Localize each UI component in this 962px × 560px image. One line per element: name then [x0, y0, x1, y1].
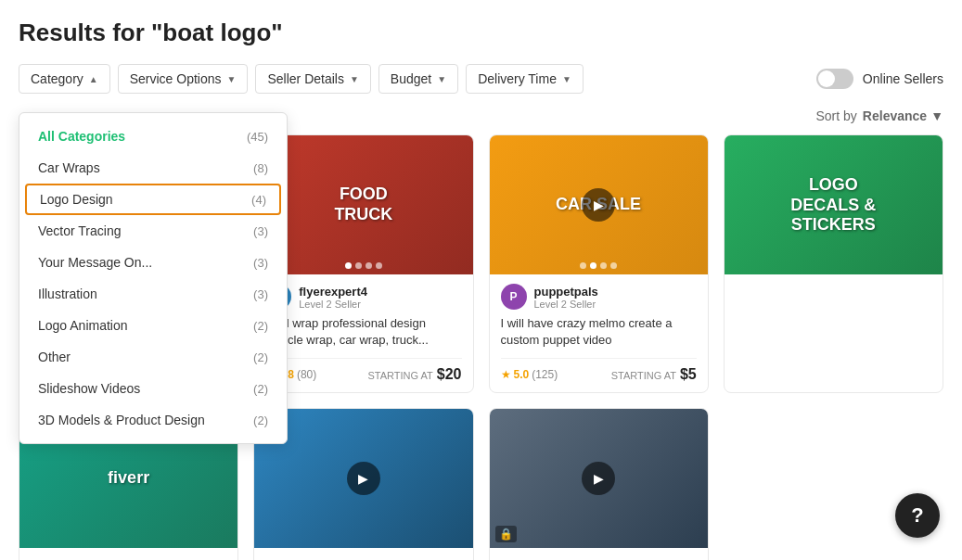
- rating-value: 5.0: [514, 368, 530, 381]
- delivery-time-chevron-icon: ▼: [562, 74, 571, 84]
- dot-2: [366, 262, 372, 269]
- seller-info: P puppetpals Level 2 Seller: [501, 284, 697, 310]
- dot-0: [580, 262, 586, 269]
- card-description: I will wrap professional design vehicle …: [265, 315, 461, 350]
- card-thumbnail: ▶ 🔒: [490, 409, 708, 548]
- price-value: $5: [680, 366, 697, 383]
- dropdown-item-count: (8): [253, 161, 268, 175]
- seller-level: Level 2 Seller: [534, 299, 598, 310]
- dot-3: [376, 262, 382, 269]
- play-icon[interactable]: ▶: [582, 462, 615, 495]
- online-sellers-toggle[interactable]: [816, 69, 853, 89]
- service-options-wrapper: Service Options ▼: [118, 64, 249, 94]
- card-thumbnail: CAR SALE ▶: [490, 135, 708, 274]
- seller-details-filter[interactable]: Seller Details ▼: [255, 64, 370, 94]
- play-icon[interactable]: ▶: [347, 462, 380, 495]
- dot-0: [345, 262, 352, 269]
- seller-name-wrap: puppetpals Level 2 Seller: [534, 285, 598, 310]
- category-label: Category: [31, 71, 83, 86]
- category-chevron-icon: ▲: [89, 74, 98, 84]
- rating: ★ 5.0 (125): [501, 368, 558, 381]
- thumb-label: fiverr: [108, 468, 149, 489]
- dropdown-item-label: Illustration: [38, 286, 97, 301]
- dropdown-item-count: (2): [253, 319, 268, 333]
- service-options-filter[interactable]: Service Options ▼: [118, 64, 249, 94]
- card-4[interactable]: LOGO DECALS & STICKERS: [724, 134, 943, 393]
- lock-icon: 🔒: [495, 526, 517, 542]
- seller-name: puppetpals: [534, 285, 598, 299]
- starting-at-label: STARTING AT: [368, 370, 433, 381]
- delivery-time-label: Delivery Time: [478, 71, 557, 86]
- category-filter[interactable]: Category ▲: [19, 64, 110, 94]
- card-description: I will have crazy melmo create a custom …: [501, 315, 697, 350]
- dropdown-item-label: Slideshow Videos: [38, 381, 140, 396]
- card-body: [254, 548, 472, 560]
- dropdown-item-vector-tracing[interactable]: Vector Tracing(3): [19, 215, 287, 247]
- budget-label: Budget: [391, 71, 431, 86]
- rating-count: (80): [297, 368, 316, 381]
- budget-chevron-icon: ▼: [437, 74, 446, 84]
- dot-1: [355, 262, 362, 269]
- starting-at-label: STARTING AT: [611, 370, 676, 381]
- online-sellers-wrap: Online Sellers: [816, 69, 943, 89]
- dropdown-item-your-message-on[interactable]: Your Message On...(3): [19, 247, 287, 278]
- dropdown-item-label: Other: [38, 350, 71, 364]
- card-footer: ★ 5.0 (125) STARTING AT $5: [501, 358, 697, 383]
- card-thumbnail: LOGO DECALS & STICKERS: [725, 135, 943, 274]
- dropdown-item-label: Car Wraps: [38, 160, 100, 175]
- dropdown-item-label: Vector Tracing: [38, 223, 122, 238]
- filters-bar: Category ▲ Service Options ▼ Seller Deta…: [19, 64, 943, 94]
- dropdown-item-logo-design[interactable]: Logo Design(4): [25, 184, 281, 215]
- seller-details-label: Seller Details: [267, 71, 343, 86]
- service-options-chevron-icon: ▼: [227, 74, 237, 84]
- price-wrap: STARTING AT $20: [368, 366, 462, 383]
- dropdown-item-other[interactable]: Other(2): [19, 341, 287, 373]
- avatar: P: [501, 284, 527, 310]
- dropdown-item-count: (2): [253, 350, 268, 364]
- help-button[interactable]: ?: [895, 493, 940, 538]
- dropdown-item-slideshow-videos[interactable]: Slideshow Videos(2): [19, 373, 287, 404]
- seller-name-wrap: flyerexpert4 Level 2 Seller: [299, 285, 367, 310]
- card-body: [19, 548, 237, 560]
- dot-1: [590, 262, 596, 269]
- category-dropdown: All Categories(45)Car Wraps(8)Logo Desig…: [19, 112, 288, 444]
- sort-value: Relevance: [863, 108, 927, 123]
- sort-by-label: Sort by: [816, 108, 857, 123]
- dropdown-item-count: (45): [247, 130, 268, 144]
- sort-chevron-icon: ▼: [930, 108, 943, 123]
- dropdown-item-count: (2): [253, 414, 268, 427]
- rating-count: (125): [532, 368, 558, 381]
- dot-3: [610, 262, 617, 269]
- search-title: Results for "boat logo": [19, 19, 943, 47]
- card-3[interactable]: CAR SALE ▶ P puppetpals Level 2 Seller I…: [489, 134, 709, 393]
- play-icon[interactable]: ▶: [582, 188, 615, 222]
- dropdown-item-all-categories[interactable]: All Categories(45): [19, 121, 287, 152]
- card-7[interactable]: ▶ 🔒: [489, 408, 709, 560]
- seller-name: flyerexpert4: [299, 285, 367, 299]
- dropdown-item-illustration[interactable]: Illustration(3): [19, 278, 287, 310]
- card-body: P puppetpals Level 2 Seller I will have …: [490, 274, 708, 392]
- budget-filter[interactable]: Budget ▼: [378, 64, 458, 94]
- card-body: [725, 274, 943, 293]
- help-icon: ?: [911, 503, 923, 528]
- card-footer: ★ 4.8 (80) STARTING AT $20: [265, 358, 461, 383]
- card-body: [490, 548, 708, 560]
- seller-level: Level 2 Seller: [299, 299, 367, 310]
- toggle-knob: [818, 70, 835, 87]
- dropdown-item-label: 3D Models & Product Design: [38, 413, 205, 427]
- dropdown-item-logo-animation[interactable]: Logo Animation(2): [19, 310, 287, 341]
- seller-info: F flyerexpert4 Level 2 Seller: [265, 284, 461, 310]
- dropdown-item-label: Logo Design: [40, 192, 113, 207]
- dropdown-item-count: (3): [253, 224, 268, 238]
- dropdown-item-label: Logo Animation: [38, 318, 128, 333]
- dot-indicators: [580, 262, 617, 269]
- dropdown-item-label: All Categories: [38, 129, 125, 144]
- price-value: $20: [437, 366, 462, 383]
- sort-select[interactable]: Relevance ▼: [863, 108, 943, 123]
- dropdown-item-count: (4): [251, 193, 266, 207]
- dropdown-item-car-wraps[interactable]: Car Wraps(8): [19, 152, 287, 184]
- delivery-time-filter[interactable]: Delivery Time ▼: [466, 64, 584, 94]
- dot-indicators: [345, 262, 382, 269]
- dropdown-item-3d-models--product-design[interactable]: 3D Models & Product Design(2): [19, 404, 287, 436]
- seller-details-chevron-icon: ▼: [350, 74, 359, 84]
